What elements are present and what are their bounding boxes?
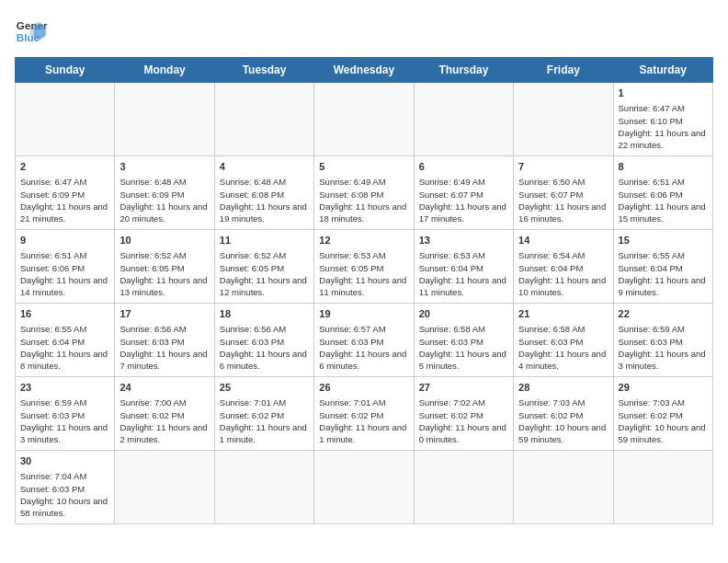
calendar-cell: 7Sunrise: 6:50 AMSunset: 6:07 PMDaylight… (514, 156, 613, 230)
calendar-cell (613, 451, 712, 524)
day-header-sunday: Sunday (16, 58, 115, 83)
day-number: 3 (119, 160, 209, 174)
daylight-text: Daylight: 11 hours and 2 minutes. (119, 421, 209, 446)
daylight-text: Daylight: 11 hours and 5 minutes. (419, 348, 508, 373)
calendar-cell (314, 451, 414, 524)
sunrise-text: Sunrise: 7:04 AM (20, 470, 109, 482)
day-header-thursday: Thursday (414, 58, 513, 83)
sunset-text: Sunset: 6:03 PM (20, 483, 109, 495)
sunrise-text: Sunrise: 6:52 AM (220, 249, 309, 261)
sunset-text: Sunset: 6:07 PM (419, 189, 508, 201)
day-number: 5 (319, 160, 408, 174)
calendar-cell: 30Sunrise: 7:04 AMSunset: 6:03 PMDayligh… (16, 451, 115, 524)
day-number: 13 (419, 234, 508, 247)
day-header-saturday: Saturday (613, 58, 712, 83)
calendar-cell: 23Sunrise: 6:59 AMSunset: 6:03 PMDayligh… (16, 377, 115, 451)
sunset-text: Sunset: 6:02 PM (518, 409, 608, 421)
sunset-text: Sunset: 6:04 PM (20, 336, 109, 348)
sunset-text: Sunset: 6:09 PM (119, 189, 209, 201)
sunrise-text: Sunrise: 6:58 AM (518, 323, 608, 335)
daylight-text: Daylight: 11 hours and 19 minutes. (220, 201, 309, 225)
day-number: 4 (220, 160, 309, 174)
sunrise-text: Sunrise: 6:48 AM (220, 176, 309, 188)
sunrise-text: Sunrise: 6:56 AM (119, 323, 209, 335)
calendar-cell: 22Sunrise: 6:59 AMSunset: 6:03 PMDayligh… (613, 304, 712, 377)
sunset-text: Sunset: 6:03 PM (518, 336, 608, 348)
logo: General Blue (15, 15, 51, 48)
calendar-header: SundayMondayTuesdayWednesdayThursdayFrid… (16, 58, 713, 83)
day-number: 8 (619, 160, 708, 174)
day-header-monday: Monday (115, 58, 214, 83)
sunrise-text: Sunrise: 6:47 AM (20, 176, 109, 188)
day-number: 12 (319, 234, 408, 247)
logo-icon: General Blue (15, 15, 48, 48)
daylight-text: Daylight: 11 hours and 18 minutes. (319, 201, 408, 225)
daylight-text: Daylight: 10 hours and 59 minutes. (619, 421, 708, 446)
sunset-text: Sunset: 6:04 PM (419, 262, 508, 274)
calendar-cell: 5Sunrise: 6:49 AMSunset: 6:08 PMDaylight… (314, 156, 414, 230)
daylight-text: Daylight: 11 hours and 16 minutes. (518, 201, 608, 225)
calendar-table: SundayMondayTuesdayWednesdayThursdayFrid… (15, 57, 713, 524)
calendar-cell: 8Sunrise: 6:51 AMSunset: 6:06 PMDaylight… (613, 156, 712, 230)
calendar-cell (115, 451, 214, 524)
day-header-tuesday: Tuesday (214, 58, 313, 83)
sunrise-text: Sunrise: 7:03 AM (518, 396, 608, 408)
daylight-text: Daylight: 11 hours and 21 minutes. (20, 201, 109, 225)
daylight-text: Daylight: 11 hours and 9 minutes. (619, 274, 708, 299)
day-number: 28 (518, 381, 608, 395)
daylight-text: Daylight: 11 hours and 7 minutes. (119, 348, 209, 373)
sunset-text: Sunset: 6:07 PM (518, 189, 608, 201)
calendar-cell: 6Sunrise: 6:49 AMSunset: 6:07 PMDaylight… (414, 156, 513, 230)
sunset-text: Sunset: 6:02 PM (319, 409, 408, 421)
calendar-cell: 17Sunrise: 6:56 AMSunset: 6:03 PMDayligh… (115, 304, 214, 377)
sunset-text: Sunset: 6:02 PM (220, 409, 309, 421)
sunrise-text: Sunrise: 6:50 AM (518, 176, 608, 188)
daylight-text: Daylight: 11 hours and 3 minutes. (20, 421, 109, 446)
sunset-text: Sunset: 6:03 PM (20, 409, 109, 421)
daylight-text: Daylight: 11 hours and 13 minutes. (119, 274, 209, 299)
sunset-text: Sunset: 6:08 PM (319, 189, 408, 201)
calendar-cell: 15Sunrise: 6:55 AMSunset: 6:04 PMDayligh… (613, 230, 712, 304)
daylight-text: Daylight: 11 hours and 22 minutes. (619, 127, 708, 152)
daylight-text: Daylight: 11 hours and 15 minutes. (619, 201, 708, 225)
day-number: 17 (119, 307, 209, 321)
daylight-text: Daylight: 11 hours and 12 minutes. (220, 274, 309, 299)
calendar-cell: 28Sunrise: 7:03 AMSunset: 6:02 PMDayligh… (514, 377, 613, 451)
daylight-text: Daylight: 11 hours and 3 minutes. (619, 348, 708, 373)
calendar-cell: 10Sunrise: 6:52 AMSunset: 6:05 PMDayligh… (115, 230, 214, 304)
sunrise-text: Sunrise: 6:53 AM (419, 249, 508, 261)
daylight-text: Daylight: 11 hours and 14 minutes. (20, 274, 109, 299)
calendar-cell: 25Sunrise: 7:01 AMSunset: 6:02 PMDayligh… (214, 377, 313, 451)
calendar-cell: 24Sunrise: 7:00 AMSunset: 6:02 PMDayligh… (115, 377, 214, 451)
calendar-cell: 16Sunrise: 6:55 AMSunset: 6:04 PMDayligh… (16, 304, 115, 377)
sunrise-text: Sunrise: 6:57 AM (319, 323, 408, 335)
day-number: 24 (119, 381, 209, 395)
daylight-text: Daylight: 11 hours and 10 minutes. (518, 274, 608, 299)
daylight-text: Daylight: 10 hours and 58 minutes. (20, 495, 109, 520)
day-number: 27 (419, 381, 508, 395)
daylight-text: Daylight: 11 hours and 6 minutes. (319, 348, 408, 373)
sunset-text: Sunset: 6:03 PM (220, 336, 309, 348)
day-number: 26 (319, 381, 408, 395)
sunset-text: Sunset: 6:03 PM (119, 336, 209, 348)
day-number: 18 (220, 307, 309, 321)
calendar-cell: 14Sunrise: 6:54 AMSunset: 6:04 PMDayligh… (514, 230, 613, 304)
daylight-text: Daylight: 11 hours and 17 minutes. (419, 201, 508, 225)
day-header-friday: Friday (514, 58, 613, 83)
daylight-text: Daylight: 11 hours and 0 minutes. (419, 421, 508, 446)
daylight-text: Daylight: 11 hours and 6 minutes. (220, 348, 309, 373)
sunrise-text: Sunrise: 6:48 AM (119, 176, 209, 188)
calendar-cell: 9Sunrise: 6:51 AMSunset: 6:06 PMDaylight… (16, 230, 115, 304)
calendar-cell: 13Sunrise: 6:53 AMSunset: 6:04 PMDayligh… (414, 230, 513, 304)
calendar-cell: 27Sunrise: 7:02 AMSunset: 6:02 PMDayligh… (414, 377, 513, 451)
day-number: 25 (220, 381, 309, 395)
calendar-cell: 12Sunrise: 6:53 AMSunset: 6:05 PMDayligh… (314, 230, 414, 304)
sunset-text: Sunset: 6:09 PM (20, 189, 109, 201)
sunrise-text: Sunrise: 7:01 AM (220, 396, 309, 408)
sunrise-text: Sunrise: 6:53 AM (319, 249, 408, 261)
daylight-text: Daylight: 11 hours and 1 minute. (319, 421, 408, 446)
day-number: 29 (619, 381, 708, 395)
sunset-text: Sunset: 6:05 PM (319, 262, 408, 274)
sunrise-text: Sunrise: 7:03 AM (619, 396, 708, 408)
calendar-cell: 21Sunrise: 6:58 AMSunset: 6:03 PMDayligh… (514, 304, 613, 377)
